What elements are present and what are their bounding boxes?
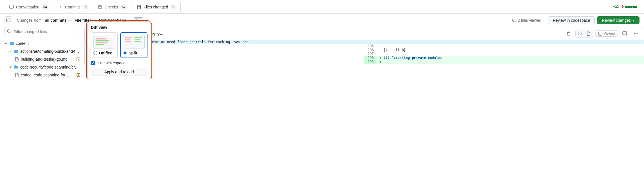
folder-icon [14, 65, 19, 69]
rendered-view-button[interactable] [584, 30, 593, 38]
svg-rect-13 [567, 32, 570, 35]
diff-stat-blocks [625, 6, 637, 8]
tree-folder[interactable]: code-security/code-scanning/cr… [5, 63, 80, 71]
option-label: Unified [99, 51, 112, 55]
apply-and-reload-button[interactable]: Apply and reload [91, 68, 147, 76]
checkbox-label: Hide whitespace [97, 61, 126, 65]
checklist-icon [98, 5, 102, 9]
svg-point-10 [136, 20, 137, 21]
file-icon [15, 57, 19, 61]
commit-icon [58, 5, 63, 9]
file-menu-button[interactable] [631, 30, 640, 38]
unified-preview-icon [93, 35, 115, 49]
diff-body: you have a custom requirement or need fi… [84, 40, 644, 64]
chevron-down-icon [5, 42, 8, 45]
review-in-codespace-button[interactable]: Review in codespace [548, 16, 595, 24]
hide-whitespace-checkbox[interactable] [91, 61, 95, 65]
tab-counter: 2 [170, 4, 176, 10]
caret-down-icon [140, 20, 142, 21]
diff-view-split-option[interactable]: Split [120, 32, 147, 58]
svg-point-15 [636, 33, 636, 34]
diff-content: ds-and-tests/building-and-testing-go… Vi… [84, 27, 644, 79]
folder-icon [14, 49, 19, 54]
tab-label: Conversation [16, 5, 39, 9]
changes-from-dropdown[interactable]: Changes from all commits [17, 18, 70, 23]
file-header: ds-and-tests/building-and-testing-go… Vi… [84, 27, 644, 40]
file-comment-button[interactable] [620, 30, 629, 38]
diff-line: 197 [85, 52, 644, 56]
sidebar-icon [6, 18, 11, 23]
diff-hunk-header: you have a custom requirement or need fi… [85, 40, 644, 44]
additions-count: +32 [613, 5, 619, 9]
diff-stat: +32 −0 [613, 5, 637, 9]
svg-point-16 [637, 33, 638, 34]
caret-down-icon [127, 20, 129, 21]
viewed-toggle[interactable]: Viewed [595, 30, 618, 37]
diff-line: 198+### Accessing private modules [85, 56, 644, 60]
svg-point-11 [7, 30, 10, 32]
review-changes-button[interactable]: Review changes [597, 16, 639, 24]
comment-icon [9, 5, 14, 9]
tab-commits[interactable]: Commits 6 [53, 2, 93, 12]
file-diff-icon [137, 5, 141, 9]
split-preview-icon [123, 35, 145, 49]
copy-icon [566, 31, 571, 36]
svg-point-0 [60, 6, 61, 8]
tab-counter: 57 [120, 4, 127, 10]
button-label: Review changes [602, 18, 631, 23]
source-view-button[interactable] [575, 30, 584, 38]
chevron-down-icon [9, 50, 12, 53]
chevron-down-icon [9, 66, 12, 69]
pr-tabs: Conversation 34 Commits 6 Checks 57 File… [0, 0, 644, 14]
file-icon [15, 73, 19, 77]
tree-label: content [16, 41, 80, 46]
unified-radio[interactable] [93, 51, 97, 55]
tree-label: building-and-testing-go.md [21, 57, 75, 61]
files-viewed-label: 0 / 2 files viewed [512, 18, 541, 23]
tree-folder[interactable]: content [5, 39, 80, 47]
folder-icon [10, 41, 14, 46]
tree-file[interactable]: codeql-code-scanning-for-… [5, 71, 80, 79]
modified-icon [77, 73, 80, 77]
modified-icon [77, 58, 80, 61]
tree-file[interactable]: building-and-testing-go.md [5, 55, 80, 63]
viewed-checkbox[interactable] [598, 32, 602, 36]
kebab-icon [634, 31, 638, 36]
tab-checks[interactable]: Checks 57 [93, 2, 132, 12]
svg-rect-3 [99, 5, 101, 9]
dropdown-prefix: Changes from [17, 18, 42, 23]
tree-label: codeql-code-scanning-for-… [21, 73, 75, 77]
search-icon [7, 29, 11, 34]
hide-whitespace-row[interactable]: Hide whitespace [91, 61, 147, 65]
caret-down-icon [92, 20, 94, 21]
viewed-label: Viewed [604, 32, 615, 36]
filter-files-input[interactable] [5, 27, 80, 36]
deletions-count: −0 [620, 5, 624, 9]
diff-line: 199+ [85, 60, 644, 64]
svg-point-14 [634, 33, 635, 34]
svg-line-12 [10, 32, 11, 33]
sidebar-toggle-button[interactable] [5, 16, 12, 24]
tab-conversation[interactable]: Conversation 34 [5, 2, 53, 12]
popover-title: Diff view [91, 25, 147, 30]
view-mode-group [575, 30, 593, 38]
diff-view-unified-option[interactable]: Unified [91, 32, 118, 58]
tab-files-changed[interactable]: Files changed 2 [132, 2, 181, 12]
tree-label: code-security/code-scanning/cr… [20, 65, 80, 69]
diff-settings-popover: Diff view Unified Split Hide whitespace … [87, 21, 151, 79]
comment-icon [622, 31, 627, 36]
file-icon [586, 31, 591, 36]
file-path: ds-and-tests/building-and-testing-go… [88, 32, 562, 36]
tab-label: Commits [65, 5, 80, 9]
diff-line: 195 [85, 44, 644, 48]
code-icon [578, 31, 582, 36]
dropdown-value: all commits [45, 18, 67, 23]
diff-line: 196{% endif %} [85, 48, 644, 52]
file-tree: content actions/automating-builds-and-t…… [5, 39, 80, 79]
copy-path-button[interactable] [564, 30, 573, 38]
tree-folder[interactable]: actions/automating-builds-and-t… [5, 47, 80, 55]
caret-down-icon [632, 20, 635, 21]
tree-label: actions/automating-builds-and-t… [20, 49, 80, 54]
option-label: Split [129, 51, 137, 55]
split-radio[interactable] [123, 51, 127, 55]
